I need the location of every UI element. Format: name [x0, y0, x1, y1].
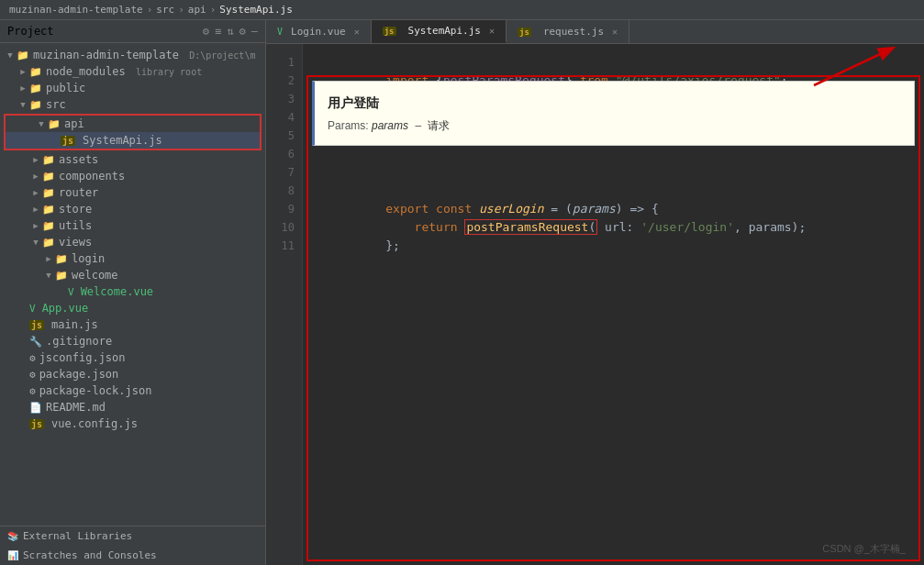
annotation-param-name: params	[372, 119, 408, 132]
editor-tabs: V Login.vue ✕ js SystemApi.js ✕ js reque…	[266, 20, 924, 44]
tree-views[interactable]: ▼ 📁 views	[0, 234, 265, 250]
close-requestjs[interactable]: ✕	[612, 27, 618, 37]
code-content[interactable]: import {postParamsRequest} from "@/utils…	[303, 44, 924, 565]
watermark: CSDN @_木字楠_	[822, 542, 906, 556]
tree-components-label: components	[59, 170, 125, 183]
tree-assets[interactable]: ▶ 📁 assets	[0, 151, 265, 168]
tree-node-modules[interactable]: ▶ 📁 node_modules library root	[0, 63, 265, 80]
folder-icon-assets: 📁	[42, 154, 55, 166]
tree-systemapi[interactable]: js SystemApi.js	[6, 132, 260, 149]
close-loginvue[interactable]: ✕	[354, 27, 360, 37]
tree-welcomevue[interactable]: V Welcome.vue	[0, 283, 265, 300]
tree-arrow-assets: ▶	[29, 155, 42, 164]
tree-mainjs-label: main.js	[51, 318, 98, 331]
code-line-1: import {postParamsRequest} from "@/utils…	[314, 53, 913, 72]
sidebar-icon-5[interactable]: —	[251, 25, 258, 38]
sidebar-icon-1[interactable]: ⚙	[203, 25, 209, 38]
vue-icon-tab-login: V	[277, 27, 283, 37]
external-libraries-icon: 📚	[7, 531, 18, 541]
external-libraries-label: External Libraries	[23, 530, 132, 542]
tree-jsconfig-label: jsconfig.json	[39, 351, 126, 364]
tab-requestjs[interactable]: js request.js ✕	[507, 20, 629, 43]
tree-api[interactable]: ▼ 📁 api	[6, 116, 260, 132]
folder-icon-views: 📁	[42, 237, 55, 249]
tree-src-label: src	[46, 98, 66, 111]
js-icon-tab-systemapi: js	[383, 27, 396, 36]
tree-arrow-api: ▼	[35, 119, 48, 128]
tree-gitignore-label: .gitignore	[46, 335, 112, 348]
tree-store[interactable]: ▶ 📁 store	[0, 201, 265, 217]
folder-icon-public: 📁	[29, 83, 42, 94]
json-icon-packagelockjson: ⚙	[29, 385, 36, 397]
vue-icon-appvue: V	[29, 303, 36, 315]
tree-gitignore[interactable]: 🔧 .gitignore	[0, 333, 265, 349]
sidebar: Project ⚙ ≡ ⇅ ⚙ — ▼ 📁 muzinan-admin-temp…	[0, 20, 266, 565]
tree-welcome-label: welcome	[72, 269, 118, 282]
sidebar-icons: ⚙ ≡ ⇅ ⚙ —	[203, 25, 258, 38]
tree-packagelockjson[interactable]: ⚙ package-lock.json	[0, 382, 265, 399]
tree-components[interactable]: ▶ 📁 components	[0, 168, 265, 184]
sidebar-bottom: 📚 External Libraries 📊 Scratches and Con…	[0, 526, 265, 565]
code-editor: 1 2 3 4 5 6 7 8 9 10 11 import {postPara…	[266, 44, 924, 565]
folder-icon-src: 📁	[29, 99, 42, 111]
scratches-label: Scratches and Consoles	[23, 549, 157, 561]
tree-root[interactable]: ▼ 📁 muzinan-admin-template D:\project\m	[0, 47, 265, 63]
tree-welcomevue-label: Welcome.vue	[81, 285, 153, 298]
folder-icon-utils: 📁	[42, 220, 55, 232]
sidebar-icon-2[interactable]: ≡	[215, 25, 221, 38]
tree-api-label: api	[64, 117, 84, 130]
tree-vueconfigjs-label: vue.config.js	[51, 417, 138, 430]
close-systemapi[interactable]: ✕	[489, 26, 495, 36]
tree-arrow-login: ▶	[42, 254, 55, 263]
folder-icon-store: 📁	[42, 204, 55, 216]
tree-arrow-welcome: ▼	[42, 271, 55, 280]
annotation-box: 用户登陆 Params: params – 请求	[312, 81, 915, 146]
annotation-param-desc: 请求	[428, 119, 450, 132]
tree-utils[interactable]: ▶ 📁 utils	[0, 217, 265, 234]
editor-area: V Login.vue ✕ js SystemApi.js ✕ js reque…	[266, 20, 924, 565]
tree-jsconfig[interactable]: ⚙ jsconfig.json	[0, 349, 265, 366]
external-libraries-item[interactable]: 📚 External Libraries	[0, 526, 265, 546]
sidebar-header: Project ⚙ ≡ ⇅ ⚙ —	[0, 20, 265, 43]
tree-readmemd[interactable]: 📄 README.md	[0, 399, 265, 415]
tree-router[interactable]: ▶ 📁 router	[0, 184, 265, 201]
tree-welcome[interactable]: ▼ 📁 welcome	[0, 267, 265, 283]
tree-assets-label: assets	[59, 153, 98, 166]
tab-loginvue-label: Login.vue	[291, 26, 346, 38]
folder-icon-api: 📁	[48, 118, 61, 130]
tree-arrow-store: ▶	[29, 205, 42, 214]
code-line-11	[314, 237, 913, 255]
tree-api-highlighted-section: ▼ 📁 api js SystemApi.js	[4, 114, 262, 150]
js-icon-systemapi: js	[61, 136, 75, 146]
tab-systemapi-label: SystemApi.js	[408, 25, 481, 37]
tab-loginvue[interactable]: V Login.vue ✕	[266, 20, 372, 43]
tab-systemapi[interactable]: js SystemApi.js ✕	[372, 20, 507, 43]
tree-public[interactable]: ▶ 📁 public	[0, 80, 265, 96]
tree-readmemd-label: README.md	[46, 401, 106, 414]
scratches-consoles-item[interactable]: 📊 Scratches and Consoles	[0, 546, 265, 565]
main-layout: Project ⚙ ≡ ⇅ ⚙ — ▼ 📁 muzinan-admin-temp…	[0, 20, 924, 565]
tree-src[interactable]: ▼ 📁 src	[0, 96, 265, 113]
tree-mainjs[interactable]: js main.js	[0, 316, 265, 333]
tree-root-label: muzinan-admin-template D:\project\m	[33, 49, 255, 61]
json-icon-jsconfig: ⚙	[29, 352, 36, 364]
code-line-8: export const userLogin = (params) => {	[314, 182, 913, 200]
tree-appvue-label: App.vue	[42, 302, 89, 315]
tree-login-label: login	[72, 252, 105, 265]
tree-packagejson[interactable]: ⚙ package.json	[0, 366, 265, 382]
sidebar-icon-4[interactable]: ⚙	[239, 25, 246, 38]
tree-appvue[interactable]: V App.vue	[0, 300, 265, 316]
tree-arrow-components: ▶	[29, 172, 42, 181]
js-icon-mainjs: js	[29, 320, 44, 330]
sidebar-title: Project	[7, 25, 54, 38]
sidebar-icon-3[interactable]: ⇅	[227, 25, 233, 38]
folder-icon-router: 📁	[42, 187, 55, 199]
tree-packagelockjson-label: package-lock.json	[39, 384, 152, 397]
js-icon-tab-requestjs: js	[518, 28, 531, 37]
tree-vueconfigjs[interactable]: js vue.config.js	[0, 415, 265, 432]
code-line-7	[314, 163, 913, 182]
tree-utils-label: utils	[59, 219, 92, 232]
tree-login[interactable]: ▶ 📁 login	[0, 250, 265, 267]
tree-router-label: router	[59, 186, 98, 199]
tree-public-label: public	[46, 82, 85, 94]
